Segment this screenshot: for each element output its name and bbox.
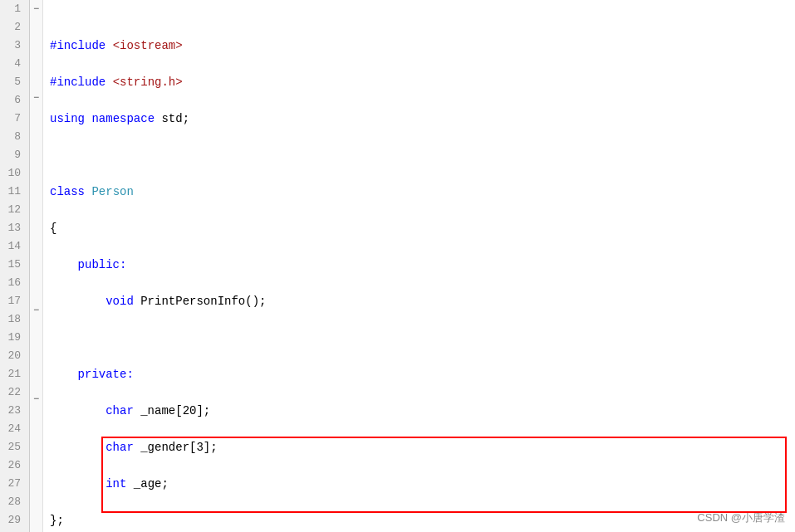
fold-cell <box>30 426 42 443</box>
line-number: 25 <box>5 438 24 456</box>
fold-cell <box>30 284 42 301</box>
line-number: 22 <box>5 383 24 402</box>
line-number: 29 <box>5 511 24 530</box>
fold-cell <box>30 36 42 53</box>
fold-cell <box>30 54 42 71</box>
fold-toggle[interactable]: − <box>30 0 42 18</box>
line-number: 2 <box>5 18 24 37</box>
code-line: using namespace std; <box>50 110 795 128</box>
fold-cell <box>30 337 42 354</box>
fold-cell <box>30 461 42 479</box>
line-number: 5 <box>5 73 24 91</box>
line-number: 19 <box>5 329 24 347</box>
code-line: }; <box>50 511 795 530</box>
fold-cell <box>30 515 42 532</box>
line-number: 18 <box>5 310 24 329</box>
fold-cell <box>30 160 42 178</box>
code-area: #include <iostream>#include <string.h>us… <box>43 0 795 532</box>
line-number: 9 <box>5 146 24 164</box>
line-number: 23 <box>5 402 24 420</box>
line-number: 20 <box>5 347 24 365</box>
fold-cell <box>30 496 42 514</box>
line-number: 8 <box>5 128 24 146</box>
code-line: #include <string.h> <box>50 73 795 91</box>
code-line: public: <box>50 256 795 274</box>
fold-cell <box>30 195 42 212</box>
fold-cell <box>30 231 42 248</box>
code-line <box>50 0 795 18</box>
fold-cell <box>30 18 42 36</box>
line-number: 26 <box>5 456 24 475</box>
fold-cell <box>30 124 42 142</box>
fold-toggle[interactable]: − <box>30 390 42 408</box>
line-number: 21 <box>5 365 24 383</box>
code-line: char _gender[3]; <box>50 438 795 456</box>
fold-cell <box>30 479 42 496</box>
fold-cell <box>30 178 42 195</box>
line-number: 6 <box>5 91 24 110</box>
fold-cell <box>30 248 42 266</box>
watermark: CSDN @小唐学渣 <box>697 510 785 525</box>
line-number: 3 <box>5 37 24 55</box>
fold-toggle[interactable]: − <box>30 89 42 107</box>
line-number: 1 <box>5 0 24 18</box>
fold-cell <box>30 355 42 373</box>
fold-cell <box>30 320 42 337</box>
line-number: 11 <box>5 183 24 201</box>
fold-cell <box>30 444 42 461</box>
line-number: 10 <box>5 164 24 183</box>
line-number: 14 <box>5 237 24 256</box>
fold-cell <box>30 266 42 283</box>
code-line: char _name[20]; <box>50 402 795 420</box>
code-line <box>50 329 795 347</box>
line-numbers: 1234567891011121314151617181920212223242… <box>0 0 30 532</box>
code-line: { <box>50 219 795 237</box>
fold-cell <box>30 71 42 89</box>
line-number: 12 <box>5 201 24 219</box>
code-line: #include <iostream> <box>50 37 795 55</box>
line-number: 15 <box>5 256 24 274</box>
code-line: class Person <box>50 183 795 201</box>
line-number: 7 <box>5 110 24 128</box>
line-number: 16 <box>5 274 24 292</box>
line-number: 27 <box>5 475 24 493</box>
line-number: 17 <box>5 292 24 310</box>
fold-gutter: −−−− <box>30 0 43 532</box>
fold-cell <box>30 373 42 390</box>
code-line: int _age; <box>50 475 795 493</box>
code-line: void PrintPersonInfo(); <box>50 292 795 310</box>
fold-cell <box>30 143 42 160</box>
fold-cell <box>30 408 42 426</box>
line-number: 13 <box>5 219 24 237</box>
fold-cell <box>30 107 42 124</box>
line-number: 4 <box>5 55 24 73</box>
code-line: private: <box>50 365 795 383</box>
line-number: 24 <box>5 420 24 438</box>
line-number: 28 <box>5 493 24 511</box>
fold-cell <box>30 213 42 231</box>
code-line <box>50 146 795 164</box>
code-container: 1234567891011121314151617181920212223242… <box>0 0 795 532</box>
fold-toggle[interactable]: − <box>30 301 42 320</box>
